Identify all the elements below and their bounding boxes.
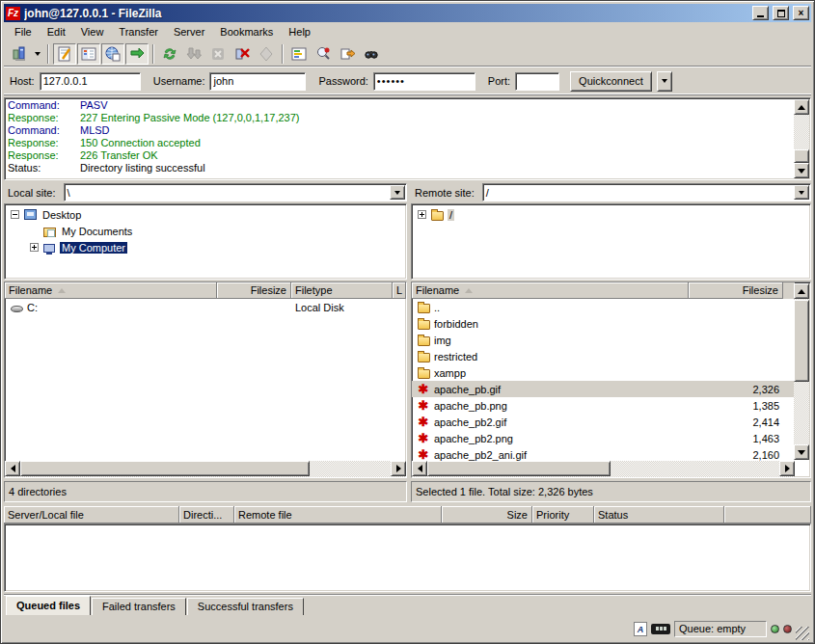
site-manager-dropdown[interactable] [32,43,43,65]
column-header-filetype[interactable]: Filetype [291,282,393,299]
directory-comparison-button[interactable] [312,43,335,65]
cancel-operation-button[interactable] [206,43,230,65]
column-header-filename[interactable]: Filename [412,282,689,299]
remote-vertical-scrollbar[interactable] [794,283,809,460]
remote-file-row[interactable]: xampp [412,364,795,381]
menu-item-help[interactable]: Help [282,24,317,40]
remote-file-row[interactable]: ✱apache_pb2_ani.gif2,160 [412,446,795,461]
remote-horizontal-scrollbar[interactable] [412,461,795,477]
queue-column-header[interactable]: Priority [532,506,594,523]
chevron-down-icon [799,191,804,198]
menu-item-edit[interactable]: Edit [41,24,72,40]
tree-item[interactable]: My Documents [5,223,406,239]
local-file-list[interactable]: FilenameFilesizeFiletypeL C:Local Disk [4,282,407,478]
remote-file-row[interactable]: ✱apache_pb2.gif2,414 [412,414,795,430]
remote-file-row[interactable]: ✱apache_pb2.png1,463 [412,430,795,446]
tree-item[interactable]: / [412,206,810,223]
menu-item-file[interactable]: File [8,24,39,40]
local-horizontal-scrollbar[interactable] [5,461,406,477]
scroll-down-button[interactable] [794,444,809,460]
port-input[interactable] [515,72,559,91]
scroll-up-button[interactable] [794,283,809,299]
local-file-row[interactable]: C:Local Disk [5,299,406,315]
queue-status-text: Queue: empty [679,623,746,634]
reconnect-button[interactable] [255,43,278,65]
column-header-l[interactable]: L [393,282,406,299]
find-files-button[interactable] [360,43,383,65]
synchronized-browsing-button[interactable] [336,43,359,65]
process-queue-button[interactable] [182,43,205,65]
tab-failed-transfers[interactable]: Failed transfers [92,598,186,615]
minimize-button[interactable] [752,6,769,20]
queue-column-header[interactable]: Server/Local file [4,506,179,523]
local-site-combo[interactable]: \ [64,183,407,201]
message-log[interactable]: Command:PASVResponse:227 Entering Passiv… [4,97,811,180]
scrollbar-thumb[interactable] [427,461,611,476]
scrollbar-thumb[interactable] [794,149,809,163]
expand-icon[interactable] [30,243,39,252]
quickconnect-dropdown[interactable] [657,71,672,92]
sort-ascending-icon [465,284,473,293]
column-header-filesize[interactable]: Filesize [689,282,783,299]
toggle-transfer-queue-button[interactable] [125,43,149,65]
toggle-remote-tree-button[interactable] [101,43,124,65]
queue-column-header[interactable]: Size [442,506,532,523]
tree-item[interactable]: My Computer [5,239,406,255]
scroll-down-button[interactable] [794,163,809,178]
scroll-up-button[interactable] [794,99,809,115]
disconnect-button[interactable] [231,43,254,65]
expand-icon[interactable] [418,210,426,219]
scroll-right-button[interactable] [391,461,406,476]
remote-directory-tree[interactable]: / [411,203,811,280]
menu-item-bookmarks[interactable]: Bookmarks [213,24,280,40]
remote-site-combo[interactable]: / [482,183,811,201]
remote-file-row[interactable]: ✱apache_pb.png1,385 [412,397,795,414]
scroll-left-button[interactable] [5,461,20,476]
host-input[interactable] [40,72,141,91]
local-site-dropdown[interactable] [390,185,405,200]
remote-file-row[interactable]: ✱apache_pb.gif2,326 [412,381,795,397]
resize-grip[interactable] [796,627,809,640]
toggle-local-tree-button[interactable] [77,43,100,65]
column-header-filesize[interactable]: Filesize [217,282,291,299]
tab-successful-transfers[interactable]: Successful transfers [187,598,304,615]
local-directory-tree[interactable]: DesktopMy DocumentsMy Computer [4,203,407,280]
remote-file-row[interactable]: .. [412,299,795,315]
site-manager-button[interactable] [8,43,31,65]
password-input[interactable] [373,72,475,91]
log-vertical-scrollbar[interactable] [794,99,809,178]
scrollbar-thumb[interactable] [20,461,310,476]
queue-body[interactable] [4,523,811,592]
remote-file-row[interactable]: forbidden [412,315,795,332]
tree-item[interactable]: Desktop [5,206,406,223]
queue-column-header[interactable]: Directi... [179,506,234,523]
data-type-indicator-icon[interactable]: A [634,622,647,636]
filter-button[interactable] [287,43,311,65]
menu-item-view[interactable]: View [74,24,111,40]
collapse-icon[interactable] [11,210,19,219]
quickconnect-button[interactable]: Quickconnect [570,71,652,92]
scrollbar-thumb[interactable] [794,300,809,382]
scroll-left-button[interactable] [412,461,427,476]
username-input[interactable] [209,72,306,91]
speed-limit-indicator-icon[interactable] [651,624,670,634]
remote-file-row[interactable]: restricted [412,348,795,364]
remote-site-dropdown[interactable] [794,185,809,200]
chevron-down-icon [662,79,667,86]
remote-file-row[interactable]: img [412,332,795,348]
menu-item-server[interactable]: Server [167,24,211,40]
toolbar-separator [152,44,154,64]
scroll-right-button[interactable] [779,461,795,476]
tab-queued-files[interactable]: Queued files [6,596,91,615]
queue-column-header[interactable]: Remote file [234,506,442,523]
menu-item-transfer[interactable]: Transfer [112,24,165,40]
queue-column-header-filler [724,506,811,523]
toggle-message-log-button[interactable] [53,43,76,65]
maximize-button[interactable] [773,6,789,20]
remote-file-list[interactable]: FilenameFilesize ..forbiddenimgrestricte… [411,282,811,478]
file-name-cell: img [412,334,689,346]
refresh-button[interactable] [158,43,181,65]
close-button[interactable]: × [793,6,809,20]
queue-column-header[interactable]: Status [594,506,724,523]
column-header-filename[interactable]: Filename [5,282,217,299]
